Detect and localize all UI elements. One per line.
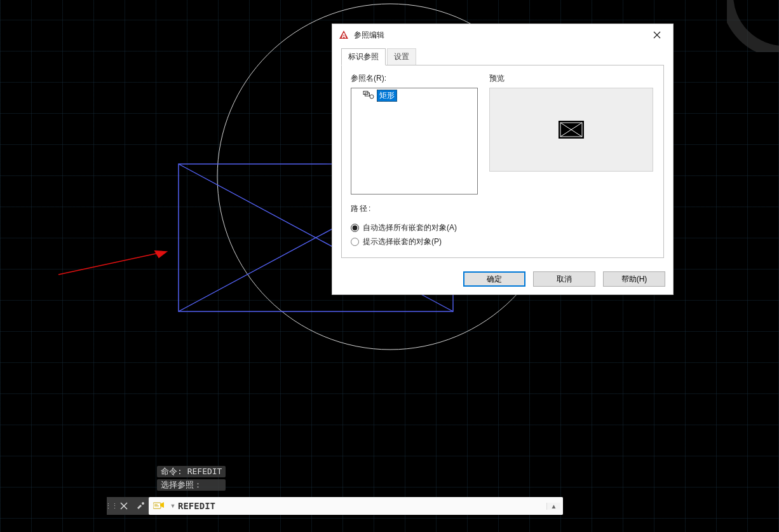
svg-text:A: A bbox=[341, 32, 346, 39]
command-prompt-icon bbox=[151, 500, 166, 512]
svg-point-12 bbox=[370, 95, 374, 99]
command-input[interactable] bbox=[178, 501, 546, 511]
history-line: 命令: REFEDIT bbox=[157, 466, 226, 477]
dialog-titlebar[interactable]: A 参照编辑 bbox=[332, 24, 673, 46]
radio-auto-select-label: 自动选择所有嵌套的对象(A) bbox=[363, 222, 457, 233]
tab-settings[interactable]: 设置 bbox=[387, 48, 416, 65]
autocad-app-icon: A bbox=[339, 30, 349, 40]
chevron-down-icon[interactable]: ▼ bbox=[170, 500, 175, 512]
close-commandline-button[interactable] bbox=[116, 497, 132, 515]
history-line: 选择参照： bbox=[157, 479, 226, 491]
radio-prompt-select-label: 提示选择嵌套的对象(P) bbox=[363, 236, 442, 247]
tabpage-identify: 参照名(R): 矩形 预览 路 bbox=[341, 65, 664, 258]
preview-panel bbox=[489, 88, 653, 172]
radio-auto-select-input[interactable] bbox=[351, 224, 359, 232]
command-input-wrap[interactable]: ▼ ▲ bbox=[149, 497, 563, 515]
preview-label: 预览 bbox=[489, 73, 654, 84]
reference-tree-item-label: 矩形 bbox=[377, 90, 397, 102]
radio-auto-select[interactable]: 自动选择所有嵌套的对象(A) bbox=[351, 221, 654, 235]
command-bar: ⋮⋮ ▼ ▲ bbox=[107, 497, 563, 515]
tab-identify-reference[interactable]: 标识参照 bbox=[341, 48, 386, 65]
blockdef-icon bbox=[363, 90, 374, 101]
refedit-dialog: A 参照编辑 标识参照 设置 参照名(R): 矩形 bbox=[332, 24, 674, 295]
radio-prompt-select-input[interactable] bbox=[351, 238, 359, 246]
dialog-title: 参照编辑 bbox=[354, 30, 384, 41]
reference-tree[interactable]: 矩形 bbox=[351, 88, 478, 194]
cancel-button[interactable]: 取消 bbox=[533, 271, 595, 287]
svg-point-18 bbox=[142, 502, 144, 505]
ok-button[interactable]: 确定 bbox=[463, 271, 525, 287]
tabstrip: 标识参照 设置 bbox=[332, 46, 673, 65]
reference-name-label: 参照名(R): bbox=[351, 73, 478, 84]
close-icon bbox=[653, 31, 661, 39]
customize-button[interactable] bbox=[132, 497, 149, 515]
recent-commands-chevron-icon[interactable]: ▲ bbox=[546, 503, 560, 510]
svg-line-4 bbox=[58, 252, 162, 275]
radio-prompt-select[interactable]: 提示选择嵌套的对象(P) bbox=[351, 235, 654, 249]
commandbar-grip[interactable]: ⋮⋮ bbox=[107, 497, 116, 515]
svg-marker-5 bbox=[155, 251, 166, 257]
close-button[interactable] bbox=[642, 26, 672, 44]
reference-tree-item[interactable]: 矩形 bbox=[362, 90, 476, 101]
path-label: 路径: bbox=[351, 203, 654, 214]
help-button[interactable]: 帮助(H) bbox=[603, 271, 665, 287]
preview-thumbnail bbox=[559, 121, 584, 139]
command-history: 命令: REFEDIT 选择参照： bbox=[157, 466, 226, 491]
